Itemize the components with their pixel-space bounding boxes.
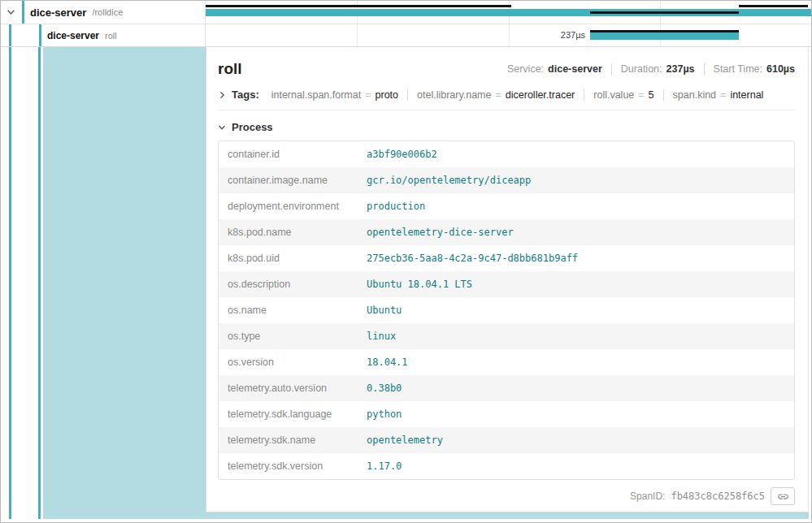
copy-link-button[interactable]	[771, 487, 795, 505]
tag-key: internal.span.format	[271, 89, 361, 101]
attribute-key: container.id	[219, 143, 358, 166]
attribute-value: python	[358, 403, 794, 426]
process-attribute-row: deployment.environment production	[219, 193, 794, 219]
attribute-key: telemetry.auto.version	[219, 377, 358, 400]
process-section-header[interactable]: Process	[218, 121, 795, 133]
summary-service-label: Service:	[507, 63, 544, 75]
tag-key: span.kind	[673, 89, 717, 101]
critical-path-segment	[590, 11, 739, 14]
tag-key: otel.library.name	[417, 89, 491, 101]
summary-starttime-value: 610µs	[766, 63, 795, 75]
indent-guide	[38, 47, 41, 519]
critical-path-segment	[739, 5, 808, 7]
span-operation-name: /rolldice	[92, 7, 123, 17]
equals-sign: =	[496, 89, 502, 101]
tag-item: span.kind = internal	[663, 89, 773, 101]
summary-duration-value: 237µs	[667, 63, 695, 75]
process-attribute-row: k8s.pod.uid 275ecb36-5aa8-4c2a-9c47-d8bb…	[219, 245, 794, 271]
span-row-rolldice[interactable]: dice-server /rolldice	[1, 1, 811, 24]
attribute-key: telemetry.sdk.language	[219, 403, 358, 426]
tags-label: Tags:	[232, 89, 259, 101]
tag-item: internal.span.format = proto	[263, 89, 407, 101]
service-color-stripe	[39, 24, 41, 46]
attribute-value: opentelemetry	[358, 429, 794, 452]
span-service-name: dice-server	[30, 6, 86, 19]
link-icon	[777, 491, 789, 503]
trace-view: dice-server /rolldice dice-server roll 2…	[0, 0, 812, 523]
collapse-chevron-icon[interactable]	[7, 8, 15, 17]
span-title: roll	[218, 60, 242, 78]
span-bar-roll[interactable]	[590, 32, 739, 40]
span-summary: Service: dice-server Duration: 237µs Sta…	[507, 63, 795, 76]
attribute-key: k8s.pod.uid	[219, 247, 358, 270]
span-detail-footer: SpanID: fb483c8c6258f6c5	[218, 487, 795, 505]
spanid-value: fb483c8c6258f6c5	[671, 491, 765, 502]
attribute-value: gcr.io/opentelemetry/diceapp	[358, 169, 794, 192]
timeline-tick	[357, 24, 358, 46]
span-name-cell[interactable]: dice-server /rolldice	[1, 1, 206, 24]
span-detail-header: roll Service: dice-server Duration: 237µ…	[218, 60, 795, 78]
tag-item: otel.library.name = diceroller.tracer	[407, 89, 584, 101]
summary-starttime-label: Start Time:	[714, 63, 762, 75]
span-row-roll[interactable]: dice-server roll 237µs	[1, 24, 811, 47]
span-service-name: dice-server	[47, 30, 99, 41]
summary-duration-label: Duration:	[621, 63, 662, 75]
span-name-cell[interactable]: dice-server roll	[1, 24, 206, 46]
attribute-key: deployment.environment	[219, 195, 358, 218]
service-color-stripe	[22, 1, 24, 24]
attribute-value: Ubuntu	[358, 299, 794, 322]
attribute-key: os.name	[219, 299, 358, 322]
timeline-track-roll[interactable]: 237µs	[206, 24, 811, 46]
chevron-right-icon[interactable]	[218, 91, 226, 99]
process-attributes-table: container.id a3bf90e006b2 container.imag…	[218, 140, 795, 480]
divider	[704, 63, 705, 76]
tag-key: roll.value	[593, 89, 634, 101]
attribute-key: os.version	[219, 351, 358, 374]
attribute-key: os.type	[219, 325, 358, 348]
tag-value: proto	[376, 89, 399, 101]
summary-service-value: dice-server	[548, 63, 602, 75]
tag-value: diceroller.tracer	[506, 89, 575, 101]
attribute-value: opentelemetry-dice-server	[358, 221, 794, 244]
indent-guide	[9, 24, 11, 46]
timeline-tick	[509, 24, 510, 46]
process-attribute-row: container.id a3bf90e006b2	[219, 141, 794, 167]
process-attribute-row: os.type linux	[219, 323, 794, 349]
equals-sign: =	[365, 89, 371, 101]
timeline-track-rolldice[interactable]	[206, 1, 811, 24]
process-attribute-row: os.version 18.04.1	[219, 349, 794, 375]
attribute-key: telemetry.sdk.version	[219, 455, 358, 478]
attribute-value: production	[358, 195, 794, 218]
equals-sign: =	[720, 89, 726, 101]
attribute-value: 1.17.0	[358, 455, 794, 478]
tag-list: internal.span.format = proto otel.librar…	[263, 89, 773, 101]
attribute-value: 0.38b0	[358, 377, 794, 400]
attribute-key: os.description	[219, 273, 358, 296]
process-label: Process	[232, 121, 273, 133]
equals-sign: =	[638, 89, 644, 101]
tags-section[interactable]: Tags: internal.span.format = proto otel.…	[218, 89, 795, 110]
attribute-key: telemetry.sdk.name	[219, 429, 358, 452]
process-attribute-row: telemetry.sdk.name opentelemetry	[219, 427, 794, 453]
process-attribute-row: telemetry.auto.version 0.38b0	[219, 375, 794, 401]
attribute-value: Ubuntu 18.04.1 LTS	[358, 273, 794, 296]
indent-guide	[9, 47, 11, 519]
spanid-label: SpanID:	[630, 491, 665, 502]
critical-path-segment	[590, 30, 739, 32]
span-operation-name: roll	[105, 31, 117, 41]
process-attribute-row: k8s.pod.name opentelemetry-dice-server	[219, 219, 794, 245]
attribute-key: k8s.pod.name	[219, 221, 358, 244]
chevron-down-icon[interactable]	[218, 123, 226, 132]
attribute-key: container.image.name	[219, 169, 358, 192]
attribute-value: 18.04.1	[358, 351, 794, 374]
attribute-value: linux	[358, 325, 794, 348]
process-attribute-row: os.name Ubuntu	[219, 297, 794, 323]
span-duration-label: 237µs	[536, 30, 585, 40]
attribute-value: 275ecb36-5aa8-4c2a-9c47-d8bb681b9aff	[358, 247, 794, 270]
process-attribute-row: container.image.name gcr.io/opentelemetr…	[219, 167, 794, 193]
process-attribute-row: telemetry.sdk.language python	[219, 401, 794, 427]
process-attribute-row: os.description Ubuntu 18.04.1 LTS	[219, 271, 794, 297]
span-detail-panel: roll Service: dice-server Duration: 237µ…	[206, 47, 809, 512]
tag-item: roll.value = 5	[584, 89, 662, 101]
tag-value: 5	[649, 89, 654, 101]
